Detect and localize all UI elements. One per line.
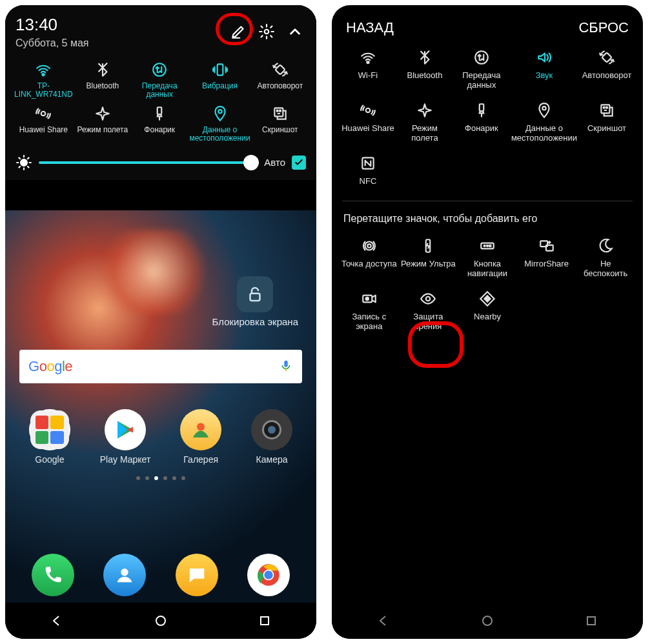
qs-tile-label: Передача данных [454,71,509,90]
divider [342,201,633,201]
qs-tile-autorotate[interactable]: Автоповорот [580,48,634,90]
qs-tile-label: Данные о местоположении [189,126,250,144]
nav-home-button[interactable] [480,613,495,629]
app-label: Камера [251,454,292,465]
qs-tile-screenshot[interactable]: Скриншот [580,101,634,143]
qs-tile-location[interactable]: Данные о местоположении [189,104,250,144]
bottom-dock [5,554,316,596]
app-google[interactable]: Google [29,409,70,465]
qs-tile-bluetooth[interactable]: Bluetooth [76,60,130,100]
qs-tile-label: MirrorShare [518,259,575,269]
eye-comfort-icon [420,290,436,307]
notification-shade: 13:40 Суббота, 5 мая TP-LINK_WR741NDBlue… [5,5,316,180]
app-phone[interactable] [32,554,74,596]
qs-tile-flashlight[interactable]: Фонарик [454,101,509,143]
qs-tile-label: Вибрация [189,82,250,100]
qs-tile-wifi[interactable]: TP-LINK_WR741ND [14,60,73,100]
slider-thumb[interactable] [243,155,259,170]
qs-tile-label: Фонарик [132,126,187,144]
qs-tile-data-transfer[interactable]: Передача данных [454,48,509,90]
qs-tile-nfc[interactable]: NFC [341,154,395,186]
qs-tile-huawei-share[interactable]: Huawei Share [341,101,395,143]
screen-lock-widget[interactable]: Блокировка экрана [212,276,298,327]
qs-tile-nearby[interactable]: Nearby [459,289,516,332]
qs-tile-label: Скриншот [253,126,307,144]
app-галерея[interactable]: Галерея [180,409,221,465]
wifi-icon [35,61,52,78]
hotspot-icon [361,237,378,254]
mic-icon [279,359,293,373]
back-button[interactable]: НАЗАД [346,19,394,36]
qs-tile-nav-button[interactable]: Кнопка навигации [459,236,516,279]
nav-recent-button[interactable] [257,613,272,629]
phone-quicksettings: 13:40 Суббота, 5 мая TP-LINK_WR741NDBlue… [5,5,316,639]
qs-tile-label: Режим Ультра [400,259,457,269]
pencil-icon [230,23,247,40]
chevron-up-icon [287,23,303,40]
app-contacts[interactable] [103,554,146,596]
vibration-icon [212,61,229,78]
nav-recent-button[interactable] [584,613,599,629]
brightness-row: Авто [14,154,307,171]
app-play-маркет[interactable]: Play Маркет [100,409,151,465]
gear-icon [258,23,275,40]
brightness-slider[interactable] [39,161,258,164]
qs-tile-screen-record[interactable]: Запись с экрана [341,289,398,332]
qs-tile-hotspot[interactable]: Точка доступа [341,236,398,279]
qs-tile-flashlight[interactable]: Фонарик [132,104,187,144]
app-камера[interactable]: Камера [251,409,292,465]
screen-record-icon [361,290,378,307]
edit-header: НАЗАД СБРОС [332,5,643,41]
qs-tile-label: NFC [341,177,395,186]
qs-tile-label: Huawei Share [14,126,73,144]
qs-tile-huawei-share[interactable]: Huawei Share [14,104,73,144]
app-label: Google [29,454,70,465]
brightness-icon [15,154,32,171]
location-icon [536,102,553,119]
drag-hint-label: Перетащите значок, чтобы добавить его [332,204,643,230]
wifi-icon [360,49,376,66]
qs-tile-airplane[interactable]: Режим полета [76,104,130,144]
qs-tile-eye-comfort[interactable]: Защита зрения [400,289,457,332]
qs-tile-airplane[interactable]: Режим полета [398,101,452,143]
auto-brightness-checkbox[interactable] [292,156,306,170]
app-label: Play Маркет [100,454,151,465]
settings-button[interactable] [256,21,278,43]
nav-home-button[interactable] [153,613,168,629]
svg-point-37 [265,570,273,579]
qs-tile-screenshot[interactable]: Скриншот [253,104,307,144]
app-label: Галерея [180,454,221,465]
qs-tile-label: Точка доступа [341,259,398,269]
app-messages[interactable] [176,554,218,596]
qs-tile-sound[interactable]: Звук [511,48,577,90]
qs-tile-location[interactable]: Данные о местоположении [511,101,577,143]
qs-tile-vibration[interactable]: Вибрация [189,60,250,100]
home-screen: Блокировка экрана Google GooglePlay Марк… [5,210,316,603]
qs-tile-label: Автоповорот [253,82,307,100]
qs-tile-wifi[interactable]: Wi-Fi [341,48,395,90]
app-chrome[interactable] [247,554,290,596]
sound-icon [536,49,553,66]
data-transfer-icon [473,49,490,66]
edit-tiles-button[interactable] [227,21,249,43]
google-search-bar[interactable]: Google [19,350,302,383]
svg-point-31 [197,423,205,431]
qs-tile-label: Wi-Fi [341,71,395,81]
qs-tile-data-transfer[interactable]: Передача данных [132,60,187,100]
qs-tile-bluetooth[interactable]: Bluetooth [398,48,452,90]
quick-settings-grid: TP-LINK_WR741NDBluetoothПередача данныхВ… [14,60,307,144]
qs-tile-dnd[interactable]: Не беспокоить [577,236,634,279]
nav-back-button[interactable] [49,613,65,629]
qs-tile-mirrorshare[interactable]: MirrorShare [518,236,575,279]
collapse-button[interactable] [284,21,306,43]
qs-tile-ultra-battery[interactable]: Режим Ультра [400,236,457,279]
screenshot-icon [272,105,289,122]
reset-button[interactable]: СБРОС [578,19,629,36]
airplane-icon [94,105,111,122]
qs-tile-label: Huawei Share [341,124,395,134]
nav-back-button[interactable] [376,613,391,629]
voice-search-button[interactable] [279,359,293,375]
qs-tile-label: Режим полета [76,126,130,144]
svg-point-34 [121,569,128,576]
qs-tile-autorotate[interactable]: Автоповорот [253,60,307,100]
